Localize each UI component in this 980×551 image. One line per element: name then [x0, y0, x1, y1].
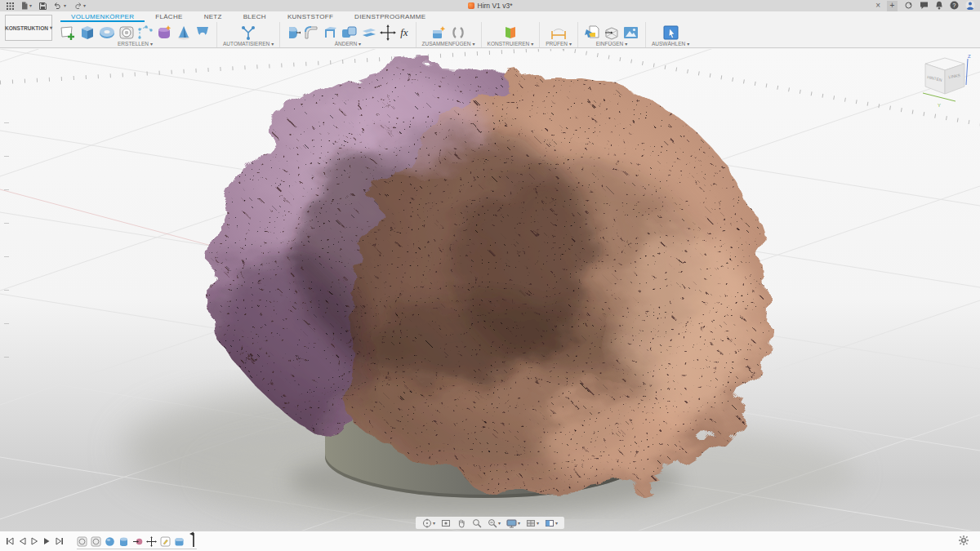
- extrude-icon[interactable]: [79, 24, 96, 41]
- navigation-bar: ▾ ▾ ▾ ▾ ▾: [416, 517, 564, 529]
- group-label[interactable]: AUTOMATISIEREN: [223, 41, 270, 47]
- fillet-icon[interactable]: [303, 24, 319, 41]
- y-axis-label: Y: [938, 103, 941, 108]
- z-axis-label: Z: [968, 54, 971, 59]
- workspace-tabs: VOLUMENKÖRPER FLÄCHE NETZ BLECH KUNSTSTO…: [0, 11, 980, 22]
- orbit-icon[interactable]: ▾: [422, 518, 435, 528]
- pan-icon[interactable]: [457, 518, 466, 528]
- press-pull-icon[interactable]: [286, 24, 301, 41]
- step-back-icon[interactable]: [19, 534, 26, 549]
- undo-icon[interactable]: ▾: [54, 2, 66, 9]
- measure-icon[interactable]: [550, 24, 568, 41]
- tab-dienstprogramme[interactable]: DIENSTPROGRAMME: [344, 11, 436, 22]
- fit-icon[interactable]: ▾: [488, 518, 501, 528]
- group-label[interactable]: ERSTELLEN: [118, 41, 149, 47]
- pattern-icon[interactable]: [137, 24, 154, 41]
- timeline-playhead[interactable]: [189, 531, 197, 547]
- timeline-feature-move[interactable]: [146, 536, 157, 547]
- shell-icon[interactable]: [322, 24, 338, 41]
- group-label[interactable]: AUSWÄHLEN: [652, 41, 685, 47]
- group-label[interactable]: EINFÜGEN: [596, 41, 624, 47]
- primitive-icon[interactable]: [176, 24, 192, 41]
- automate-icon[interactable]: [239, 24, 257, 41]
- svg-text:?: ?: [953, 2, 956, 8]
- title-bar: ▾ ▾ ▾ Hirn V1 v3* × + ?: [0, 0, 980, 11]
- comments-icon[interactable]: [920, 0, 929, 13]
- group-erstellen: ERSTELLEN▾: [54, 22, 216, 47]
- combine-icon[interactable]: [341, 24, 358, 41]
- new-tab-icon[interactable]: +: [887, 1, 898, 11]
- group-automatisieren: AUTOMATISIEREN▾: [216, 22, 279, 47]
- tab-volumenkoerper[interactable]: VOLUMENKÖRPER: [60, 11, 145, 22]
- insert-derive-icon[interactable]: [584, 24, 601, 41]
- insert-mesh-icon[interactable]: [604, 24, 620, 41]
- parameters-icon[interactable]: fx: [399, 26, 409, 39]
- tab-kunststoff[interactable]: KUNSTSTOFF: [277, 11, 344, 22]
- group-label[interactable]: KONSTRUIEREN: [488, 41, 530, 47]
- ribbon-toolbar: ERSTELLEN▾ AUTOMATISIEREN▾ fx ÄNDERN▾: [0, 22, 980, 48]
- grid-settings-icon[interactable]: ▾: [526, 518, 539, 528]
- caret-icon: ▾: [537, 521, 539, 526]
- group-pruefen: PRÜFEN▾: [539, 22, 577, 47]
- tab-netz[interactable]: NETZ: [194, 11, 233, 22]
- sync-status-icon[interactable]: [904, 0, 913, 13]
- timeline-feature-extrude[interactable]: [118, 536, 129, 547]
- redo-icon[interactable]: ▾: [74, 2, 86, 9]
- display-settings-icon[interactable]: ▾: [506, 518, 520, 528]
- split-body-icon[interactable]: [360, 24, 377, 41]
- timeline-feature-insert-mesh[interactable]: [132, 536, 143, 547]
- timeline-feature-form[interactable]: [105, 536, 115, 547]
- file-menu[interactable]: ▾: [21, 2, 32, 10]
- new-component-icon[interactable]: [430, 24, 448, 41]
- close-tab-icon[interactable]: ×: [875, 2, 880, 10]
- timeline-feature-sketch[interactable]: [91, 536, 101, 547]
- create-sketch-icon[interactable]: [60, 24, 77, 41]
- caret-icon: ▾: [64, 3, 66, 8]
- caret-icon: ▾: [83, 3, 86, 8]
- viewports-icon[interactable]: ▾: [545, 518, 558, 528]
- go-to-end-icon[interactable]: [56, 534, 64, 549]
- document-icon: [468, 2, 474, 9]
- group-konstruieren: KONSTRUIEREN▾: [481, 22, 540, 47]
- web-icon[interactable]: [194, 24, 211, 41]
- play-icon[interactable]: [31, 534, 38, 549]
- group-auswaehlen: AUSWÄHLEN▾: [645, 22, 695, 47]
- group-label[interactable]: ZUSAMMENFÜGEN: [422, 41, 471, 47]
- caret-icon: ▾: [498, 521, 501, 526]
- timeline-feature-sketch[interactable]: [77, 536, 87, 547]
- help-icon[interactable]: ?: [950, 0, 959, 13]
- caret-icon: ▾: [531, 42, 533, 47]
- timeline-feature-body[interactable]: [174, 536, 185, 547]
- joint-icon[interactable]: [450, 24, 466, 41]
- move-icon[interactable]: [380, 24, 396, 41]
- create-form-icon[interactable]: [156, 24, 173, 41]
- revolve-icon[interactable]: [98, 24, 116, 41]
- quick-access-toolbar: ▾ ▾ ▾: [0, 2, 86, 10]
- look-at-icon[interactable]: [441, 518, 451, 528]
- workspace-selector[interactable]: KONSTRUKTION ▾: [5, 15, 52, 41]
- user-avatar[interactable]: [965, 0, 975, 13]
- group-label[interactable]: PRÜFEN: [546, 41, 568, 47]
- gear-icon[interactable]: [959, 534, 969, 549]
- construction-plane-icon[interactable]: [502, 24, 519, 41]
- group-label[interactable]: ÄNDERN: [335, 41, 357, 47]
- select-icon[interactable]: [662, 24, 679, 41]
- go-to-start-icon[interactable]: [6, 534, 14, 549]
- caret-icon: ▾: [433, 521, 435, 526]
- viewport-canvas[interactable]: Z Y HINTEN LINKS ▾ ▾: [0, 49, 980, 531]
- brain-mesh-model[interactable]: [0, 49, 980, 531]
- workspace-selector-label: KONSTRUKTION: [5, 25, 48, 31]
- caret-icon: ▾: [50, 25, 52, 30]
- tab-blech[interactable]: BLECH: [233, 11, 277, 22]
- timeline-feature-sketch[interactable]: [160, 536, 171, 547]
- zoom-icon[interactable]: [472, 518, 482, 528]
- step-forward-icon[interactable]: [43, 534, 51, 549]
- save-icon[interactable]: [39, 2, 47, 10]
- app-grid-icon[interactable]: [7, 2, 14, 10]
- canvas-icon[interactable]: [622, 24, 639, 41]
- hole-icon[interactable]: [118, 24, 135, 41]
- view-cube[interactable]: Z Y HINTEN LINKS: [916, 51, 973, 108]
- notifications-icon[interactable]: [935, 0, 943, 13]
- tab-flaeche[interactable]: FLÄCHE: [145, 11, 193, 22]
- timeline-playback-controls: [0, 534, 70, 549]
